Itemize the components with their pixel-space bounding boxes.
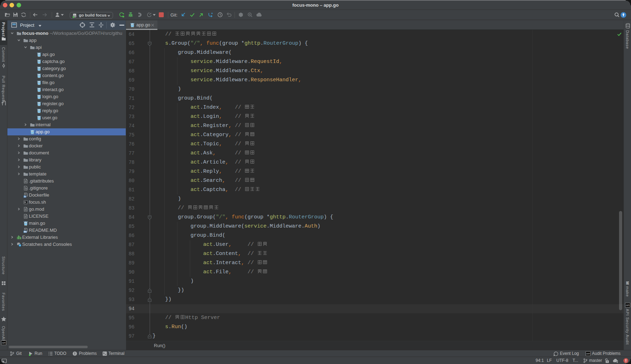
svg-text:/API: /API <box>586 353 590 355</box>
svg-text:/API: /API <box>2 342 6 344</box>
svg-text:/API: /API <box>626 304 630 306</box>
